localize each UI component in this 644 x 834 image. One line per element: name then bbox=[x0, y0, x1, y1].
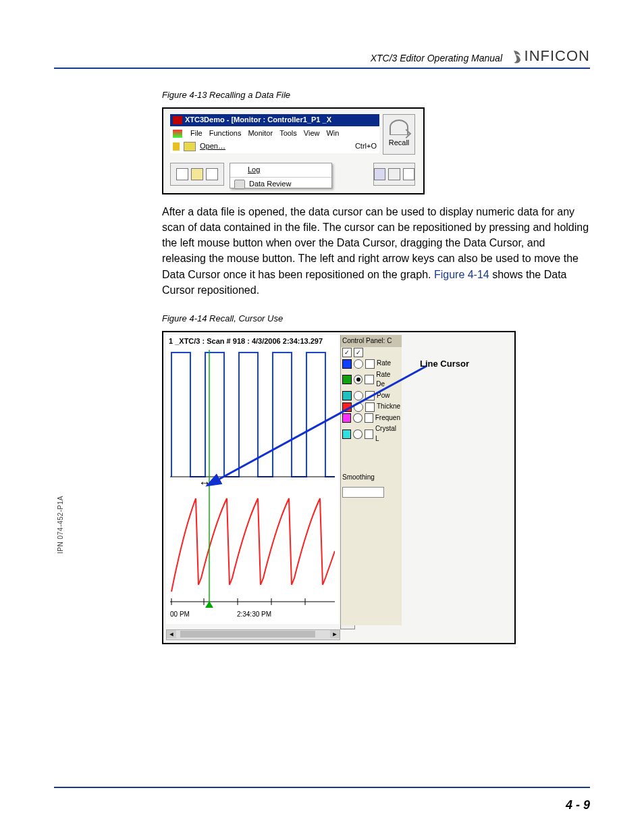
series-check[interactable] bbox=[365, 402, 375, 412]
figure-4-13-caption: Figure 4-13 Recalling a Data File bbox=[162, 89, 590, 102]
figure-4-14-caption: Figure 4-14 Recall, Cursor Use bbox=[162, 313, 590, 325]
menu-view[interactable]: View bbox=[304, 128, 320, 139]
series-label: Rate De bbox=[376, 370, 400, 390]
menu-win[interactable]: Win bbox=[326, 128, 339, 139]
series-check[interactable] bbox=[365, 359, 375, 369]
open-shortcut: Ctrl+O bbox=[355, 141, 377, 152]
panel-row-4: Frequen bbox=[341, 413, 402, 424]
series-label: Pow bbox=[377, 391, 390, 401]
series-label: Crystal L bbox=[375, 424, 400, 444]
svg-rect-2 bbox=[170, 490, 335, 605]
series-radio[interactable] bbox=[354, 375, 363, 384]
header-title: XTC/3 Editor Operating Manual bbox=[371, 53, 502, 63]
folder-open-icon bbox=[184, 142, 196, 151]
series-radio[interactable] bbox=[353, 429, 362, 439]
series-label: Frequen bbox=[375, 413, 400, 423]
series-swatch[interactable] bbox=[342, 413, 351, 423]
toolbar-button-open[interactable] bbox=[191, 168, 203, 180]
page-number: 4 - 9 bbox=[566, 798, 590, 812]
recall-button[interactable]: Recall bbox=[383, 114, 415, 155]
body-paragraph: After a data file is opened, the data cu… bbox=[162, 204, 590, 298]
recall-icon bbox=[390, 120, 408, 135]
series-radio[interactable] bbox=[354, 359, 363, 369]
data-cursor-marker[interactable] bbox=[205, 601, 213, 608]
figure-4-14: 1 _XTC/3 : Scan # 918 : 4/3/2006 2:34:13… bbox=[162, 331, 516, 644]
chart-top-trace[interactable] bbox=[170, 350, 335, 478]
control-panel-title: Control Panel: C bbox=[341, 335, 402, 348]
series-label: Rate bbox=[377, 359, 391, 369]
horizontal-scrollbar[interactable]: ◄ ► bbox=[166, 629, 340, 640]
menu-monitor[interactable]: Monitor bbox=[248, 128, 273, 139]
series-swatch[interactable] bbox=[342, 359, 352, 369]
figure-4-13: XTC3Demo - [Monitor : Controller1_P1 _X … bbox=[162, 107, 425, 194]
inficon-icon bbox=[511, 49, 523, 64]
panel-header-checks: ✓ ✓ bbox=[341, 347, 402, 358]
panel-row-5: Crystal L bbox=[341, 423, 402, 444]
scroll-right-arrow[interactable]: ► bbox=[330, 630, 340, 638]
series-swatch[interactable] bbox=[342, 429, 351, 439]
dropdown-menu: Log Data Review bbox=[230, 163, 332, 188]
menu-functions[interactable]: Functions bbox=[209, 128, 242, 139]
header-check-2[interactable]: ✓ bbox=[354, 348, 363, 357]
scroll-left-arrow[interactable]: ◄ bbox=[167, 630, 176, 638]
series-radio[interactable] bbox=[353, 413, 362, 423]
panel-row-2: Pow bbox=[341, 390, 402, 402]
toolbar-button[interactable] bbox=[403, 168, 414, 180]
toolbar-group-right bbox=[373, 163, 415, 186]
header-rule bbox=[54, 68, 590, 69]
toolbar-button-recall[interactable] bbox=[388, 168, 400, 180]
toolbar-button[interactable] bbox=[176, 168, 188, 180]
data-cursor-handle[interactable]: ↔ bbox=[198, 474, 211, 492]
smoothing-label: Smoothing bbox=[341, 471, 402, 484]
app-icon bbox=[173, 116, 182, 124]
menu-data-review[interactable]: Data Review bbox=[230, 177, 331, 191]
chart-title: 1 _XTC/3 : Scan # 918 : 4/3/2006 2:34:13… bbox=[166, 335, 339, 348]
series-check[interactable] bbox=[365, 429, 373, 439]
toolbar-button[interactable] bbox=[206, 168, 218, 180]
figure-4-14-link[interactable]: Figure 4-14 bbox=[434, 269, 489, 280]
x-axis-labels: 00 PM 2:34:30 PM bbox=[170, 610, 335, 620]
series-check[interactable] bbox=[365, 391, 375, 400]
header-check-1[interactable]: ✓ bbox=[342, 348, 352, 357]
series-swatch[interactable] bbox=[342, 391, 352, 400]
scroll-thumb[interactable] bbox=[180, 631, 315, 637]
series-label: Thickne bbox=[377, 402, 400, 412]
menubar-icon bbox=[173, 130, 182, 138]
side-ipn-text: IPN 074-452-P1A bbox=[57, 496, 64, 554]
svg-rect-0 bbox=[170, 350, 335, 478]
control-panel: Control Panel: C ✓ ✓ RateRate DePowThick… bbox=[340, 335, 402, 625]
series-radio[interactable] bbox=[354, 391, 363, 400]
panel-row-1: Rate De bbox=[341, 369, 402, 390]
toolbar-group-left bbox=[170, 163, 224, 186]
panel-row-3: Thickne bbox=[341, 401, 402, 413]
data-review-icon bbox=[234, 180, 245, 189]
series-check[interactable] bbox=[365, 375, 374, 384]
menubar: File Functions Monitor Tools View Win bbox=[170, 128, 379, 140]
menu-log[interactable]: Log bbox=[230, 163, 331, 177]
menu-file[interactable]: File bbox=[190, 128, 203, 139]
menu-open-item[interactable]: Open… Ctrl+O bbox=[170, 140, 379, 153]
chart-area: 1 _XTC/3 : Scan # 918 : 4/3/2006 2:34:13… bbox=[166, 335, 339, 624]
chart-bottom-trace[interactable] bbox=[170, 490, 335, 605]
panel-row-0: Rate bbox=[341, 358, 402, 369]
toolbar-button-save[interactable] bbox=[374, 168, 385, 180]
lock-icon bbox=[173, 142, 180, 151]
smoothing-input[interactable] bbox=[342, 487, 384, 498]
series-check[interactable] bbox=[365, 413, 373, 423]
app-titlebar: XTC3Demo - [Monitor : Controller1_P1 _X bbox=[170, 114, 379, 126]
footer-rule bbox=[54, 787, 590, 788]
line-cursor-callout: Line Cursor bbox=[420, 358, 469, 371]
menu-tools[interactable]: Tools bbox=[279, 128, 297, 139]
series-swatch[interactable] bbox=[342, 402, 352, 412]
series-swatch[interactable] bbox=[342, 375, 352, 384]
series-radio[interactable] bbox=[354, 402, 363, 412]
brand-logo: INFICON bbox=[511, 47, 590, 65]
